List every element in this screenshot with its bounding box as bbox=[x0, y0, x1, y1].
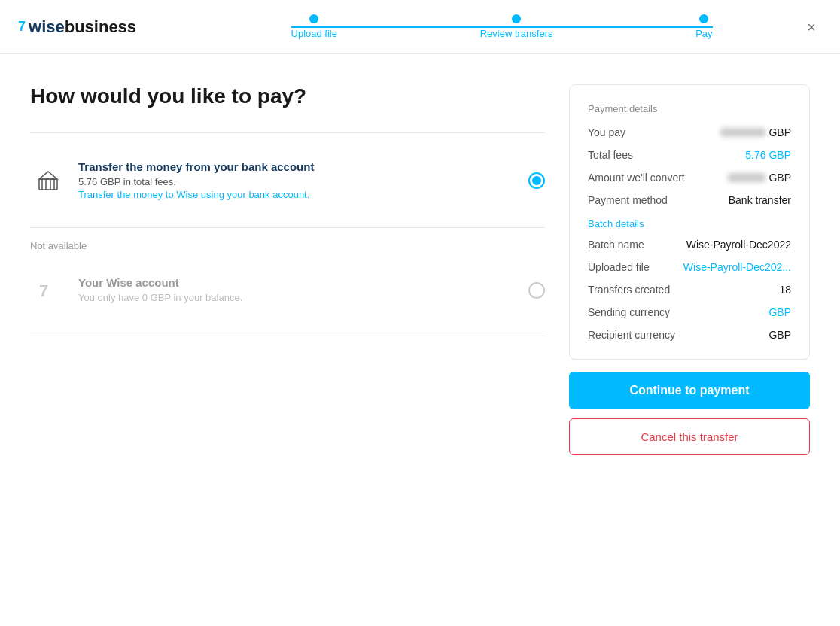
detail-row-sending-currency: Sending currency GBP bbox=[588, 306, 791, 318]
detail-row-recipient-currency: Recipient currency GBP bbox=[588, 329, 791, 341]
logo: 7 wisebusiness bbox=[18, 17, 136, 37]
recipient-currency-value: GBP bbox=[768, 329, 791, 341]
detail-row-convert: Amount we'll convert GBP bbox=[588, 172, 791, 184]
divider-bottom bbox=[30, 336, 545, 336]
you-pay-currency: GBP bbox=[768, 126, 791, 138]
batch-details-title: Batch details bbox=[588, 218, 791, 229]
wise-account-option: 7 Your Wise account You only have 0 GBP … bbox=[30, 257, 545, 324]
convert-value: GBP bbox=[728, 172, 791, 184]
batch-name-value: Wise-Payroll-Dec2022 bbox=[686, 239, 791, 251]
svg-text:7: 7 bbox=[39, 281, 48, 300]
uploaded-file-label: Uploaded file bbox=[588, 261, 650, 273]
wise-account-title: Your Wise account bbox=[78, 276, 516, 289]
step-label-review: Review transfers bbox=[480, 28, 553, 39]
you-pay-value: GBP bbox=[720, 126, 791, 138]
page-title: How would you like to pay? bbox=[30, 84, 545, 108]
divider-middle bbox=[30, 227, 545, 228]
step-review: Review transfers bbox=[480, 14, 553, 39]
header: 7 wisebusiness Upload file Review transf… bbox=[0, 0, 840, 54]
recipient-currency-label: Recipient currency bbox=[588, 329, 675, 341]
batch-name-label: Batch name bbox=[588, 239, 644, 251]
detail-row-batch-name: Batch name Wise-Payroll-Dec2022 bbox=[588, 239, 791, 251]
step-label-upload: Upload file bbox=[291, 28, 337, 39]
step-upload: Upload file bbox=[291, 14, 337, 39]
right-panel: Payment details You pay GBP Total fees 5… bbox=[569, 84, 810, 455]
bank-transfer-link: Transfer the money to Wise using your ba… bbox=[78, 189, 516, 200]
continue-button[interactable]: Continue to payment bbox=[569, 372, 810, 409]
wise-account-content: Your Wise account You only have 0 GBP in… bbox=[78, 276, 516, 305]
wise-account-subtitle: You only have 0 GBP in your balance. bbox=[78, 292, 516, 303]
step-label-pay: Pay bbox=[695, 28, 712, 39]
wise-logo-icon: 7 bbox=[18, 19, 26, 35]
total-fees-label: Total fees bbox=[588, 149, 633, 161]
bank-icon bbox=[30, 163, 66, 199]
total-fees-value: 5.76 GBP bbox=[745, 149, 791, 161]
bank-transfer-title: Transfer the money from your bank accoun… bbox=[78, 160, 516, 173]
detail-row-transfers-created: Transfers created 18 bbox=[588, 284, 791, 296]
sending-currency-label: Sending currency bbox=[588, 306, 670, 318]
svg-marker-5 bbox=[39, 172, 57, 179]
bank-transfer-radio[interactable] bbox=[528, 172, 545, 189]
you-pay-label: You pay bbox=[588, 126, 625, 138]
step-pay: Pay bbox=[695, 14, 712, 39]
logo-text: wisebusiness bbox=[29, 17, 136, 37]
transfers-created-value: 18 bbox=[779, 284, 791, 296]
detail-row-payment-method: Payment method Bank transfer bbox=[588, 194, 791, 206]
convert-label: Amount we'll convert bbox=[588, 172, 685, 184]
detail-row-total-fees: Total fees 5.76 GBP bbox=[588, 149, 791, 161]
not-available-label: Not available bbox=[30, 240, 545, 251]
convert-currency: GBP bbox=[768, 172, 791, 184]
cancel-button[interactable]: Cancel this transfer bbox=[569, 418, 810, 455]
steps-list: Upload file Review transfers Pay bbox=[291, 14, 713, 39]
main-content: How would you like to pay? Transfer the … bbox=[0, 54, 840, 485]
convert-blurred bbox=[728, 173, 765, 182]
wise-account-radio bbox=[528, 282, 545, 299]
detail-row-you-pay: You pay GBP bbox=[588, 126, 791, 138]
step-dot-review bbox=[512, 14, 521, 23]
payment-method-value: Bank transfer bbox=[729, 194, 791, 206]
uploaded-file-value: Wise-Payroll-Dec202... bbox=[683, 261, 791, 273]
transfers-created-label: Transfers created bbox=[588, 284, 670, 296]
steps-nav: Upload file Review transfers Pay bbox=[181, 14, 822, 39]
left-panel: How would you like to pay? Transfer the … bbox=[30, 84, 545, 455]
bank-transfer-subtitle: 5.76 GBP in total fees. bbox=[78, 176, 516, 187]
details-card: Payment details You pay GBP Total fees 5… bbox=[569, 84, 810, 360]
detail-row-uploaded-file: Uploaded file Wise-Payroll-Dec202... bbox=[588, 261, 791, 273]
sending-currency-value: GBP bbox=[768, 306, 791, 318]
divider-top bbox=[30, 132, 545, 133]
close-button[interactable]: × bbox=[801, 15, 822, 38]
wise-icon: 7 bbox=[30, 272, 66, 308]
bank-transfer-option[interactable]: Transfer the money from your bank accoun… bbox=[30, 145, 545, 215]
step-dot-pay bbox=[699, 14, 708, 23]
you-pay-blurred bbox=[720, 128, 765, 137]
payment-details-title: Payment details bbox=[588, 103, 791, 114]
step-dot-upload bbox=[309, 14, 318, 23]
payment-method-label: Payment method bbox=[588, 194, 668, 206]
bank-transfer-content: Transfer the money from your bank accoun… bbox=[78, 160, 516, 200]
